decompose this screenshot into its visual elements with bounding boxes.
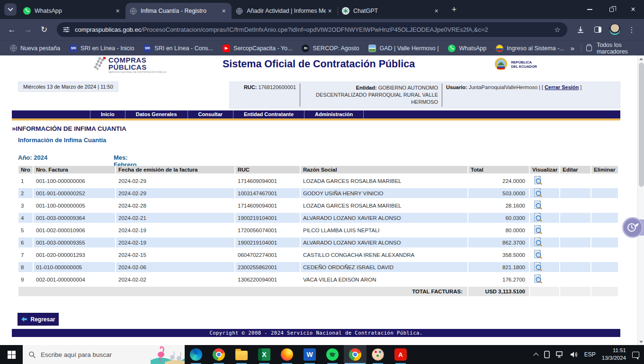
table-row: 4001-003-0000093642024-02-21190021910400… [18,213,618,223]
browser-tab[interactable]: Añadir Actividad | Informes Me× [232,3,338,19]
bookmark-item[interactable]: SRISRI en Línea - Cons... [139,43,217,54]
clock-wing-icon [622,217,643,238]
visualize-icon[interactable] [534,188,543,197]
tab-close-icon[interactable]: × [432,7,440,15]
delete-cell [591,274,618,284]
taskbar-app-paint[interactable] [367,345,389,364]
taskbar-app-excel[interactable]: X [253,345,276,364]
table-cell: 1003147467001 [235,188,300,198]
menu-item[interactable]: Administración [304,110,364,118]
visualize-icon[interactable] [534,213,543,222]
side-panel-icon[interactable] [590,22,605,37]
taskbar-app-word[interactable]: W [298,345,321,364]
bookmarks-overflow-chevron[interactable]: » [569,44,576,52]
regresar-button[interactable]: Regresar [18,313,59,326]
new-tab-button[interactable]: + [448,3,460,16]
taskbar-search-box[interactable] [23,345,185,364]
visualize-icon[interactable] [534,225,543,234]
search-input[interactable] [41,351,131,358]
taskbar-app-edge[interactable] [185,345,207,364]
visualize-icon[interactable] [534,176,543,185]
scroll-down-icon[interactable] [638,338,644,345]
visualize-icon[interactable] [534,237,543,246]
browser-tab[interactable]: ChatGPT× [338,3,444,19]
table-row: 7001-020-0000012932024-02-15060470227400… [18,250,618,260]
logout-link[interactable]: Cerrar Sesión [545,84,579,90]
browser-tab[interactable]: Infima Cuantía - Registro× [125,3,232,19]
menu-item[interactable]: Entidad Contratante [233,110,304,118]
scrollbar-thumb[interactable] [639,63,644,187]
bookmark-item[interactable]: GAD | Valle Hermoso | [364,43,443,54]
network-icon[interactable] [556,351,564,358]
date-time-box: Miércoles 13 de Marzo de 2024 | 11:50 [18,82,118,92]
year-label: Año: 2024 [18,154,47,161]
site-info-icon[interactable] [63,26,70,33]
back-navigation-button[interactable]: ← [5,23,19,37]
restore-button[interactable] [600,0,622,19]
table-cell: 2024-02-19 [116,237,234,247]
visualize-icon[interactable] [534,200,543,209]
tab-close-icon[interactable]: × [220,7,228,15]
edit-cell [560,237,590,247]
table-cell: 7 [18,250,33,260]
profile-avatar[interactable] [607,22,622,37]
taskbar-app-acrobat[interactable]: A [389,345,412,364]
table-cell: 2024-02-06 [116,262,234,272]
tray-chevron-up-icon[interactable] [534,352,538,357]
bookmark-item[interactable]: WhatsApp [444,43,491,54]
scroll-up-icon[interactable] [638,55,644,62]
table-cell: 1714609094001 [235,200,300,210]
bookmark-item[interactable]: ▶SercopCapacita - Yo... [218,43,296,54]
address-bar[interactable]: compraspublicas.gob.ec/ProcesoContrataci… [57,22,567,37]
taskbar-app-file-explorer[interactable] [230,345,253,364]
minimize-button[interactable] [579,0,600,19]
floating-clock-widget[interactable] [622,217,644,238]
entity-segment: Entidad: GOBIERNO AUTONOMO DESCENTRALIZA… [300,83,442,107]
volume-icon[interactable] [570,351,578,358]
table-cell: 002-001-000000004 [34,274,115,284]
start-button[interactable] [0,345,23,364]
page-scrollbar[interactable] [637,55,644,345]
table-cell: 001-003-000009364 [34,213,115,223]
column-header: Razón Social [301,166,467,173]
visualize-icon[interactable] [534,262,543,271]
tab-search-button[interactable] [4,3,17,16]
tray-clock[interactable]: 11:51 13/3/2024 [602,347,626,362]
all-bookmarks-label[interactable]: Todos los marcadores [597,42,638,55]
forward-navigation-button[interactable]: → [21,23,35,37]
bookmark-item[interactable]: Ingreso al Sistema -... [492,43,569,54]
taskbar-app-chrome[interactable] [207,345,230,364]
bookmark-star-icon[interactable]: ☆ [553,26,562,34]
whatsapp-icon [23,7,31,15]
edit-cell [560,200,590,210]
downloads-icon[interactable] [573,22,588,37]
column-header: Total [468,166,529,173]
ecuador-coat-of-arms-icon [494,57,508,72]
visualize-icon[interactable] [534,274,543,283]
bookmark-item[interactable]: SRISRI en Línea - Inicio [65,43,138,54]
browser-tab[interactable]: WhatsApp× [19,3,125,19]
menu-item[interactable]: Datos Generales [125,110,188,118]
delete-cell [591,262,618,272]
phone-link-icon[interactable] [544,351,550,358]
action-center-icon[interactable] [632,352,639,358]
keyboard-language[interactable]: ESP [584,351,596,358]
close-window-button[interactable]: × [622,0,644,19]
tab-close-icon[interactable]: × [114,7,122,15]
visualize-icon[interactable] [534,250,543,259]
republic-line1: REPÚBLICA [511,60,537,64]
tab-close-icon[interactable]: × [326,7,334,15]
tab-title: WhatsApp [35,8,114,14]
reload-button[interactable]: ↻ [37,23,51,37]
entity-info-box: RUC: 1768120600001 Entidad: GOBIERNO AUT… [229,82,620,109]
bookmark-item[interactable]: fnSERCOP: Agosto [297,43,363,54]
menu-item[interactable]: Consultar [188,110,233,118]
table-cell: 2 [18,188,33,198]
menu-item[interactable]: Inicio [90,110,125,118]
browser-menu-icon[interactable]: ⋮ [624,22,639,37]
bookmark-item[interactable]: Nueva pestaña [6,43,64,53]
taskbar-app-spotify[interactable] [321,345,344,364]
table-cell: 9 [18,274,33,284]
taskbar-app-chrome-active[interactable] [344,345,367,364]
taskbar-app-firefox[interactable] [276,345,298,364]
